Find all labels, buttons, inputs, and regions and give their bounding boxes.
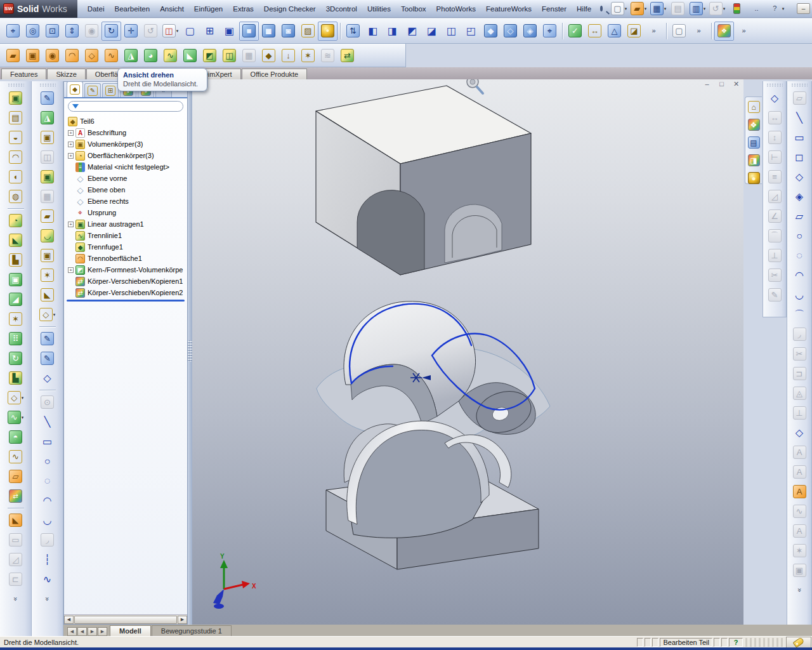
core-button[interactable]: ▦ — [239, 46, 259, 65]
toolbar-grip[interactable] — [766, 83, 783, 87]
dropdown-caret-icon[interactable]: ▾ — [22, 395, 24, 401]
expand-toggle[interactable]: + — [68, 142, 74, 147]
flashlight-view-button[interactable]: ⌖ — [3, 22, 23, 41]
doc-tab-bewegungsstudie-1[interactable]: Bewegungsstudie 1 — [152, 625, 232, 636]
task-more-chevron[interactable]: » — [734, 22, 754, 41]
draft-analysis-button[interactable]: ◮ — [121, 46, 141, 65]
sketch-fillet-gray-button[interactable]: ◞ — [37, 530, 58, 550]
undo-button[interactable]: ↺▾ — [707, 0, 727, 18]
back-view-button[interactable]: ◨ — [383, 22, 402, 41]
new-document-button[interactable]: ▢▾ — [609, 0, 629, 18]
move-copy-bodies-button[interactable]: ⇄ — [5, 486, 27, 506]
scrollbar-thumb[interactable] — [74, 616, 177, 624]
sketch-fillet2-button[interactable]: ◞ — [789, 324, 810, 344]
appearances-button[interactable]: ● — [744, 170, 764, 186]
mirror-entities-button[interactable]: ◬ — [789, 383, 810, 403]
insert-part-button[interactable]: ▱ — [5, 467, 27, 486]
menu-utilities[interactable]: Utilities — [362, 3, 396, 15]
menu-3dcontrol[interactable]: 3Dcontrol — [321, 3, 362, 15]
view-orientation-button[interactable]: ⌖ — [540, 22, 560, 41]
trimetric-view-button[interactable]: ◇ — [501, 22, 520, 41]
planar-surface-button[interactable]: ▰ — [3, 46, 23, 65]
realview-button[interactable]: ● — [318, 22, 337, 41]
status-light-button[interactable] — [727, 0, 747, 18]
graphics-viewport[interactable]: Y X –□✕ — [192, 79, 743, 625]
perpendicular-button[interactable]: ⊥ — [789, 403, 810, 423]
draft-button[interactable]: ◢ — [5, 289, 27, 309]
three-point-arc-button[interactable]: ⌒ — [789, 305, 810, 324]
smart-dimension2-button[interactable]: ◇ — [37, 368, 58, 388]
circular-pattern-button[interactable]: ↻ — [5, 348, 27, 368]
scale-button[interactable]: ↓ — [278, 46, 298, 65]
tree-item[interactable]: +◔Oberflächenkörper(3) — [68, 150, 187, 161]
burst-note-button[interactable]: ✶ — [789, 541, 810, 560]
instant3d-button[interactable]: ◮ — [37, 108, 58, 128]
standard-more-chevron[interactable]: » — [689, 22, 709, 41]
extruded-cut-button[interactable]: ▤ — [5, 108, 27, 128]
bottom-view-button[interactable]: ◰ — [461, 22, 481, 41]
doc-close-button[interactable]: ✕ — [731, 80, 742, 88]
shadows-in-shaded-button[interactable]: ◙ — [278, 22, 298, 41]
featuremanager-hscrollbar[interactable]: ◀ ▶ — [64, 614, 187, 624]
fillet-button[interactable]: ◔ — [5, 211, 27, 230]
core-part[interactable] — [326, 421, 539, 569]
tree-item[interactable]: +▣Volumenkörper(3) — [68, 138, 187, 150]
measure-button[interactable]: ↔ — [585, 22, 605, 41]
toolbar-grip[interactable] — [8, 83, 24, 87]
tree-item[interactable]: ◇Ebene rechts — [68, 196, 187, 207]
perimeter-circle-button[interactable]: ◌ — [37, 471, 58, 491]
boundary-surface-button[interactable]: ∿ — [102, 46, 121, 65]
zoom-to-selection-button[interactable]: ◉ — [82, 22, 102, 41]
tree-item[interactable]: ⇄Körper-Verschieben/Kopieren1 — [68, 275, 187, 287]
cavity-far-opening[interactable] — [445, 204, 502, 263]
horizontal-dimension-button[interactable]: ↔ — [764, 108, 785, 128]
tab-office-produkte[interactable]: Office Produkte — [242, 69, 308, 79]
shell-button[interactable]: ▣ — [5, 270, 27, 289]
quick-tips-help-button[interactable]: ? — [729, 638, 743, 647]
edge-flange-button[interactable]: ▭ — [5, 530, 27, 550]
miter-flange-button[interactable]: ◿ — [5, 550, 27, 569]
section-view-button[interactable]: ◫▾ — [160, 22, 180, 41]
new-document2-button[interactable]: ▢ — [669, 22, 689, 41]
menu-fenster[interactable]: Fenster — [537, 3, 572, 15]
spell-check-button[interactable]: ✓ — [565, 22, 585, 41]
left-view-button[interactable]: ◩ — [402, 22, 422, 41]
toolbar-grip[interactable] — [39, 83, 56, 87]
smart-dimension-button[interactable]: ◇ — [764, 88, 785, 108]
revolved-boss-button[interactable]: ◒ — [5, 128, 27, 147]
tree-item[interactable]: +◩Kern-/Formnest-Volumenkörpe — [68, 264, 187, 275]
menu-extras[interactable]: Extras — [228, 3, 259, 15]
home-button[interactable]: ⌂ — [744, 99, 764, 115]
parallelogram-button[interactable]: ▱ — [789, 206, 810, 226]
corner-rectangle-button[interactable]: ▭ — [789, 128, 810, 147]
tree-item[interactable]: ≡Material <nicht festgelegt> — [68, 161, 187, 173]
sketch-more-chevron[interactable]: » — [37, 589, 58, 609]
radiate-surface-button[interactable]: ✶ — [298, 46, 318, 65]
dropdown-caret-icon[interactable]: ▾ — [53, 312, 56, 317]
hidden-lines-removed-button[interactable]: ▣ — [219, 22, 239, 41]
lofted-surface-button[interactable]: ◇ — [82, 46, 102, 65]
parting-surfaces-button[interactable]: ◩ — [200, 46, 219, 65]
view-palette-button[interactable]: ◨ — [744, 152, 764, 168]
front-view-button[interactable]: ◧ — [363, 22, 383, 41]
centerpoint-arc2-button[interactable]: ◠ — [789, 265, 810, 285]
tree-root-item[interactable]: ◆Teil6 — [68, 116, 187, 127]
hidden-lines-visible-button[interactable]: ⊞ — [200, 22, 219, 41]
help-button[interactable]: ?▾ — [766, 0, 786, 18]
trim-dimension-button[interactable]: ✂ — [764, 265, 785, 285]
features-more-chevron[interactable]: » — [5, 589, 27, 609]
menu-featureworks[interactable]: FeatureWorks — [481, 3, 537, 15]
doc-restore-button[interactable]: □ — [716, 80, 727, 88]
extruded-boss-button[interactable]: ▣ — [5, 88, 27, 108]
open-note-button[interactable]: A — [789, 482, 810, 501]
tab-features[interactable]: Features — [1, 69, 46, 79]
rollback-bar[interactable] — [67, 300, 185, 302]
normal-to-button[interactable]: ⇅ — [343, 22, 363, 41]
lofted-boss-button[interactable]: ◍ — [5, 187, 27, 206]
right-view-button[interactable]: ◪ — [422, 22, 442, 41]
linear-pattern-button[interactable]: ⠿ — [5, 329, 27, 348]
centerpoint-arc-button[interactable]: ◠ — [37, 491, 58, 510]
extruded-surface-button[interactable]: ▣ — [37, 167, 58, 187]
annotation-more-chevron[interactable]: » — [789, 580, 810, 600]
tree-item[interactable]: ⇄Körper-Verschieben/Kopieren2 — [68, 287, 187, 298]
